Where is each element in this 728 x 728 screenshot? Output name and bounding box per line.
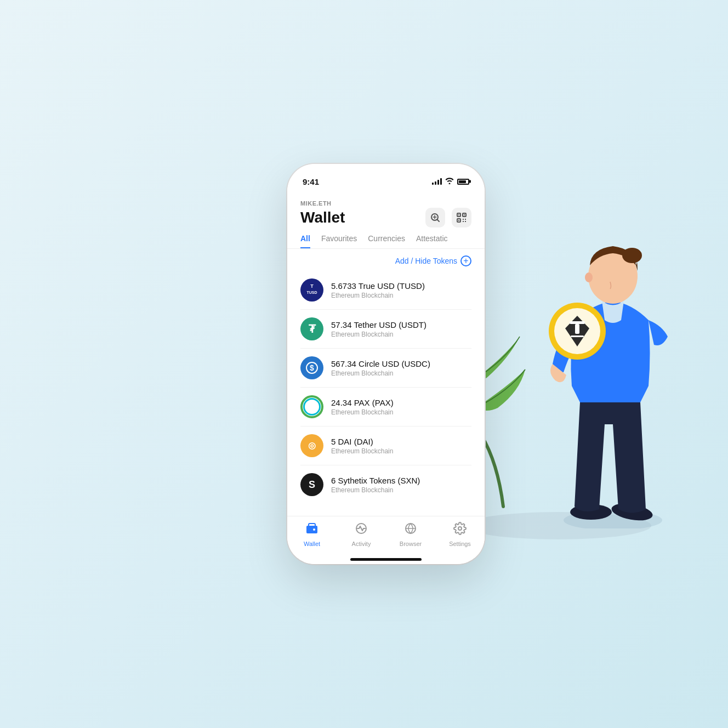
token-network-sxn: Ethereum Blockchain: [331, 486, 471, 494]
add-hide-tokens-button[interactable]: Add / Hide Tokens +: [395, 255, 471, 266]
token-network-dai: Ethereum Blockchain: [331, 447, 471, 455]
nav-item-browser[interactable]: Browser: [386, 522, 435, 547]
svg-rect-10: [465, 221, 466, 222]
token-icon-usdt: ₮: [300, 317, 323, 340]
tab-favourites[interactable]: Favourites: [321, 234, 357, 248]
svg-text:$: $: [310, 363, 314, 372]
token-icon-tusd: T TUSD: [300, 278, 323, 302]
token-icon-sxn: S: [300, 473, 323, 496]
phone-mockup: 9:41: [287, 164, 485, 564]
activity-nav-icon: [355, 522, 368, 538]
person-illustration: [531, 211, 695, 528]
svg-rect-32: [571, 335, 584, 337]
svg-text:T: T: [310, 283, 314, 289]
token-name-tusd: 5.6733 True USD (TUSD): [331, 281, 471, 291]
token-name-sxn: 6 Sythetix Tokens (SXN): [331, 476, 471, 485]
svg-rect-30: [570, 321, 585, 324]
home-indicator: [350, 558, 422, 561]
add-hide-tokens-row: Add / Hide Tokens +: [287, 249, 485, 271]
token-item-usdt[interactable]: ₮ 57.34 Tether USD (USDT) Ethereum Block…: [300, 310, 471, 349]
tab-bar: All Favourites Currencies Attestatic: [287, 228, 485, 249]
svg-rect-5: [464, 214, 465, 215]
token-info-sxn: 6 Sythetix Tokens (SXN) Ethereum Blockch…: [331, 476, 471, 494]
scan-button[interactable]: [425, 208, 445, 228]
signal-icon: [432, 178, 442, 185]
token-name-dai: 5 DAI (DAI): [331, 437, 471, 446]
svg-point-26: [622, 248, 642, 263]
svg-text:◎: ◎: [308, 441, 316, 450]
svg-rect-8: [465, 219, 466, 220]
browser-nav-label: Browser: [400, 541, 422, 547]
header-actions: [425, 208, 471, 228]
nav-item-activity[interactable]: Activity: [337, 522, 386, 547]
wallet-nav-label: Wallet: [304, 541, 320, 547]
token-network-pax: Ethereum Blockchain: [331, 408, 471, 416]
svg-point-21: [458, 527, 462, 530]
token-item-usdc[interactable]: $ 567.34 Circle USD (USDC) Ethereum Bloc…: [300, 349, 471, 388]
svg-rect-17: [306, 526, 317, 533]
nav-item-wallet[interactable]: Wallet: [287, 522, 337, 547]
status-time: 9:41: [303, 177, 319, 186]
tab-currencies[interactable]: Currencies: [368, 234, 405, 248]
status-bar: 9:41: [287, 164, 485, 191]
activity-nav-label: Activity: [352, 541, 371, 547]
token-list: T TUSD 5.6733 True USD (TUSD) Ethereum B…: [287, 271, 485, 504]
token-item-tusd[interactable]: T TUSD 5.6733 True USD (TUSD) Ethereum B…: [300, 271, 471, 310]
token-item-dai[interactable]: ◎ 5 DAI (DAI) Ethereum Blockchain: [300, 426, 471, 465]
status-icons: [432, 178, 469, 186]
svg-point-18: [313, 528, 315, 531]
token-info-dai: 5 DAI (DAI) Ethereum Blockchain: [331, 437, 471, 455]
qr-button[interactable]: [452, 208, 471, 228]
token-item-pax[interactable]: 24.34 PAX (PAX) Ethereum Blockchain: [300, 388, 471, 426]
token-name-pax: 24.34 PAX (PAX): [331, 398, 471, 407]
token-info-pax: 24.34 PAX (PAX) Ethereum Blockchain: [331, 398, 471, 416]
tab-all[interactable]: All: [300, 234, 310, 248]
wallet-nav-icon: [305, 522, 318, 538]
token-info-tusd: 5.6733 True USD (TUSD) Ethereum Blockcha…: [331, 281, 471, 299]
browser-nav-icon: [404, 522, 417, 538]
nav-item-settings[interactable]: Settings: [435, 522, 485, 547]
token-network-usdc: Ethereum Blockchain: [331, 369, 471, 377]
token-item-sxn[interactable]: S 6 Sythetix Tokens (SXN) Ethereum Block…: [300, 465, 471, 504]
token-network-tusd: Ethereum Blockchain: [331, 292, 471, 299]
settings-nav-label: Settings: [449, 541, 471, 547]
token-icon-usdc: $: [300, 356, 323, 379]
token-info-usdt: 57.34 Tether USD (USDT) Ethereum Blockch…: [331, 320, 471, 338]
token-name-usdt: 57.34 Tether USD (USDT): [331, 320, 471, 329]
battery-icon: [457, 179, 469, 185]
account-name: MIKE.ETH: [300, 200, 471, 207]
token-icon-dai: ◎: [300, 434, 323, 457]
svg-text:TUSD: TUSD: [306, 291, 317, 294]
wallet-header: MIKE.ETH Wallet: [287, 191, 485, 228]
token-icon-pax: [300, 395, 323, 418]
wifi-icon: [445, 178, 454, 186]
svg-rect-31: [575, 324, 579, 334]
add-hide-tokens-label: Add / Hide Tokens: [395, 257, 457, 265]
settings-nav-icon: [453, 522, 467, 538]
svg-point-27: [585, 272, 593, 282]
token-info-usdc: 567.34 Circle USD (USDC) Ethereum Blockc…: [331, 359, 471, 377]
scene: 9:41: [0, 0, 728, 728]
svg-rect-9: [463, 221, 464, 222]
svg-rect-6: [458, 220, 459, 221]
token-network-usdt: Ethereum Blockchain: [331, 331, 471, 338]
add-tokens-circle-icon: +: [460, 255, 471, 266]
svg-rect-7: [463, 219, 464, 220]
svg-rect-4: [458, 214, 459, 215]
bottom-nav: Wallet Activity: [287, 516, 485, 558]
token-name-usdc: 567.34 Circle USD (USDC): [331, 359, 471, 368]
token-content: Add / Hide Tokens + T TUSD: [287, 249, 485, 516]
page-title: Wallet: [300, 209, 345, 226]
tab-attestation[interactable]: Attestatic: [416, 234, 448, 248]
